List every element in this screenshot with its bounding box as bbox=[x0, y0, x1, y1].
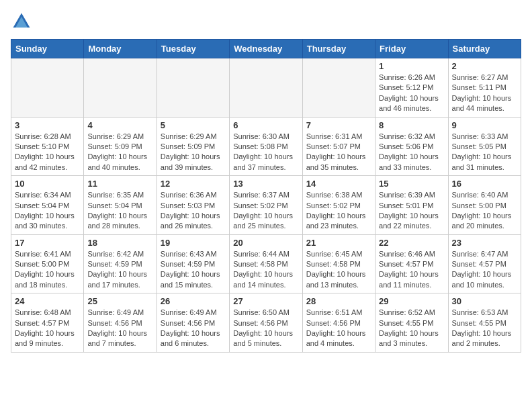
calendar-cell: 2Sunrise: 6:27 AMSunset: 5:11 PMDaylight… bbox=[448, 58, 521, 118]
calendar-cell: 23Sunrise: 6:47 AMSunset: 4:57 PMDayligh… bbox=[448, 234, 521, 293]
calendar-cell: 25Sunrise: 6:49 AMSunset: 4:56 PMDayligh… bbox=[84, 293, 157, 353]
calendar-day-header: Tuesday bbox=[157, 40, 229, 58]
cell-content: Sunrise: 6:33 AMSunset: 5:05 PMDaylight:… bbox=[452, 132, 517, 173]
day-number: 17 bbox=[15, 238, 80, 248]
day-number: 12 bbox=[161, 179, 226, 189]
day-number: 13 bbox=[233, 179, 298, 189]
cell-content: Sunrise: 6:49 AMSunset: 4:56 PMDaylight:… bbox=[161, 308, 226, 349]
calendar-cell: 7Sunrise: 6:31 AMSunset: 5:07 PMDaylight… bbox=[302, 117, 375, 176]
calendar-cell bbox=[302, 58, 375, 118]
cell-content: Sunrise: 6:42 AMSunset: 4:59 PMDaylight:… bbox=[87, 249, 152, 291]
calendar-cell: 1Sunrise: 6:26 AMSunset: 5:12 PMDaylight… bbox=[375, 58, 448, 118]
calendar-cell: 13Sunrise: 6:37 AMSunset: 5:02 PMDayligh… bbox=[230, 176, 302, 235]
calendar-cell bbox=[230, 58, 302, 118]
cell-content: Sunrise: 6:36 AMSunset: 5:03 PMDaylight:… bbox=[161, 190, 226, 232]
day-number: 20 bbox=[233, 238, 298, 248]
day-number: 24 bbox=[15, 296, 80, 306]
cell-content: Sunrise: 6:50 AMSunset: 4:56 PMDaylight:… bbox=[233, 308, 298, 349]
calendar-cell: 17Sunrise: 6:41 AMSunset: 5:00 PMDayligh… bbox=[11, 234, 84, 293]
cell-content: Sunrise: 6:31 AMSunset: 5:07 PMDaylight:… bbox=[306, 132, 371, 173]
day-number: 25 bbox=[87, 296, 152, 306]
cell-content: Sunrise: 6:44 AMSunset: 4:58 PMDaylight:… bbox=[233, 249, 298, 291]
cell-content: Sunrise: 6:41 AMSunset: 5:00 PMDaylight:… bbox=[15, 249, 80, 291]
cell-content: Sunrise: 6:29 AMSunset: 5:09 PMDaylight:… bbox=[161, 132, 226, 173]
calendar-cell bbox=[84, 58, 157, 118]
day-number: 2 bbox=[452, 61, 517, 71]
day-number: 6 bbox=[233, 120, 298, 130]
day-number: 26 bbox=[161, 296, 226, 306]
day-number: 9 bbox=[452, 120, 517, 130]
calendar-cell: 20Sunrise: 6:44 AMSunset: 4:58 PMDayligh… bbox=[230, 234, 302, 293]
calendar-cell: 11Sunrise: 6:35 AMSunset: 5:04 PMDayligh… bbox=[84, 176, 157, 235]
calendar-day-header: Thursday bbox=[302, 40, 375, 58]
day-number: 14 bbox=[306, 179, 371, 189]
day-number: 18 bbox=[87, 238, 152, 248]
day-number: 5 bbox=[161, 120, 226, 130]
calendar-cell: 12Sunrise: 6:36 AMSunset: 5:03 PMDayligh… bbox=[157, 176, 229, 235]
day-number: 30 bbox=[452, 296, 517, 306]
day-number: 16 bbox=[452, 179, 517, 189]
calendar-cell: 30Sunrise: 6:53 AMSunset: 4:55 PMDayligh… bbox=[448, 293, 521, 353]
calendar-day-header: Sunday bbox=[11, 40, 84, 58]
day-number: 3 bbox=[15, 120, 80, 130]
calendar-header-row: SundayMondayTuesdayWednesdayThursdayFrid… bbox=[11, 40, 521, 58]
cell-content: Sunrise: 6:38 AMSunset: 5:02 PMDaylight:… bbox=[306, 190, 371, 232]
calendar-cell: 19Sunrise: 6:43 AMSunset: 4:59 PMDayligh… bbox=[157, 234, 229, 293]
calendar-cell: 18Sunrise: 6:42 AMSunset: 4:59 PMDayligh… bbox=[84, 234, 157, 293]
page-header bbox=[11, 11, 521, 32]
calendar-cell: 4Sunrise: 6:29 AMSunset: 5:09 PMDaylight… bbox=[84, 117, 157, 176]
calendar-cell: 29Sunrise: 6:52 AMSunset: 4:55 PMDayligh… bbox=[375, 293, 448, 353]
calendar-cell bbox=[11, 58, 84, 118]
day-number: 27 bbox=[233, 296, 298, 306]
calendar-cell: 26Sunrise: 6:49 AMSunset: 4:56 PMDayligh… bbox=[157, 293, 229, 353]
calendar-cell bbox=[157, 58, 229, 118]
logo bbox=[11, 11, 35, 32]
calendar-cell: 10Sunrise: 6:34 AMSunset: 5:04 PMDayligh… bbox=[11, 176, 84, 235]
calendar-week-row: 24Sunrise: 6:48 AMSunset: 4:57 PMDayligh… bbox=[11, 293, 521, 353]
cell-content: Sunrise: 6:30 AMSunset: 5:08 PMDaylight:… bbox=[233, 132, 298, 173]
calendar-cell: 3Sunrise: 6:28 AMSunset: 5:10 PMDaylight… bbox=[11, 117, 84, 176]
calendar-cell: 28Sunrise: 6:51 AMSunset: 4:56 PMDayligh… bbox=[302, 293, 375, 353]
day-number: 8 bbox=[379, 120, 444, 130]
cell-content: Sunrise: 6:49 AMSunset: 4:56 PMDaylight:… bbox=[87, 308, 152, 349]
calendar-day-header: Monday bbox=[84, 40, 157, 58]
day-number: 10 bbox=[15, 179, 80, 189]
calendar-week-row: 17Sunrise: 6:41 AMSunset: 5:00 PMDayligh… bbox=[11, 234, 521, 293]
cell-content: Sunrise: 6:34 AMSunset: 5:04 PMDaylight:… bbox=[15, 190, 80, 232]
day-number: 7 bbox=[306, 120, 371, 130]
calendar-cell: 15Sunrise: 6:39 AMSunset: 5:01 PMDayligh… bbox=[375, 176, 448, 235]
calendar-cell: 16Sunrise: 6:40 AMSunset: 5:00 PMDayligh… bbox=[448, 176, 521, 235]
cell-content: Sunrise: 6:28 AMSunset: 5:10 PMDaylight:… bbox=[15, 132, 80, 173]
cell-content: Sunrise: 6:43 AMSunset: 4:59 PMDaylight:… bbox=[161, 249, 226, 291]
cell-content: Sunrise: 6:47 AMSunset: 4:57 PMDaylight:… bbox=[452, 249, 517, 291]
calendar-cell: 24Sunrise: 6:48 AMSunset: 4:57 PMDayligh… bbox=[11, 293, 84, 353]
cell-content: Sunrise: 6:26 AMSunset: 5:12 PMDaylight:… bbox=[379, 73, 444, 114]
day-number: 28 bbox=[306, 296, 371, 306]
day-number: 23 bbox=[452, 238, 517, 248]
cell-content: Sunrise: 6:46 AMSunset: 4:57 PMDaylight:… bbox=[379, 249, 444, 291]
calendar-week-row: 3Sunrise: 6:28 AMSunset: 5:10 PMDaylight… bbox=[11, 117, 521, 176]
day-number: 15 bbox=[379, 179, 444, 189]
cell-content: Sunrise: 6:40 AMSunset: 5:00 PMDaylight:… bbox=[452, 190, 517, 232]
logo-icon bbox=[11, 11, 32, 32]
calendar-cell: 14Sunrise: 6:38 AMSunset: 5:02 PMDayligh… bbox=[302, 176, 375, 235]
calendar-cell: 27Sunrise: 6:50 AMSunset: 4:56 PMDayligh… bbox=[230, 293, 302, 353]
day-number: 29 bbox=[379, 296, 444, 306]
day-number: 19 bbox=[161, 238, 226, 248]
day-number: 4 bbox=[87, 120, 152, 130]
calendar-week-row: 10Sunrise: 6:34 AMSunset: 5:04 PMDayligh… bbox=[11, 176, 521, 235]
cell-content: Sunrise: 6:37 AMSunset: 5:02 PMDaylight:… bbox=[233, 190, 298, 232]
cell-content: Sunrise: 6:51 AMSunset: 4:56 PMDaylight:… bbox=[306, 308, 371, 349]
day-number: 21 bbox=[306, 238, 371, 248]
calendar-cell: 5Sunrise: 6:29 AMSunset: 5:09 PMDaylight… bbox=[157, 117, 229, 176]
calendar-day-header: Saturday bbox=[448, 40, 521, 58]
cell-content: Sunrise: 6:48 AMSunset: 4:57 PMDaylight:… bbox=[15, 308, 80, 349]
calendar-cell: 21Sunrise: 6:45 AMSunset: 4:58 PMDayligh… bbox=[302, 234, 375, 293]
cell-content: Sunrise: 6:52 AMSunset: 4:55 PMDaylight:… bbox=[379, 308, 444, 349]
day-number: 1 bbox=[379, 61, 444, 71]
calendar-day-header: Wednesday bbox=[230, 40, 302, 58]
calendar-table: SundayMondayTuesdayWednesdayThursdayFrid… bbox=[11, 39, 521, 353]
cell-content: Sunrise: 6:32 AMSunset: 5:06 PMDaylight:… bbox=[379, 132, 444, 173]
cell-content: Sunrise: 6:53 AMSunset: 4:55 PMDaylight:… bbox=[452, 308, 517, 349]
calendar-day-header: Friday bbox=[375, 40, 448, 58]
